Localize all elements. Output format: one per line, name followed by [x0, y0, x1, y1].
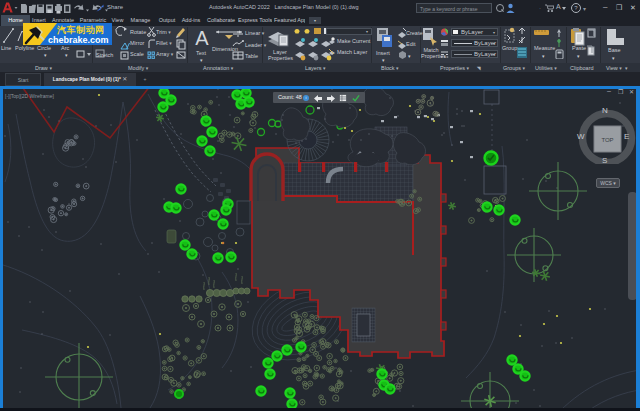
svg-text:chebrake.com: chebrake.com [48, 35, 109, 45]
svg-text:TOP: TOP [601, 137, 613, 143]
svg-text:汽车制动网: 汽车制动网 [56, 24, 105, 35]
